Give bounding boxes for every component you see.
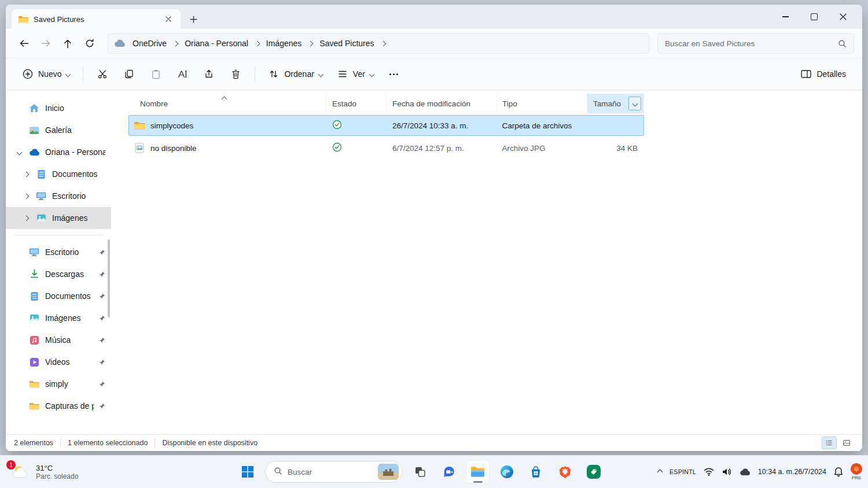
sidebar-item-galeria[interactable]: Galería bbox=[6, 119, 111, 141]
back-button[interactable] bbox=[14, 34, 34, 53]
new-button[interactable]: Nuevo bbox=[16, 64, 76, 84]
sidebar-item-descargas[interactable]: Descargas bbox=[6, 263, 111, 285]
more-options-button[interactable] bbox=[382, 64, 406, 84]
items-count: 2 elementos bbox=[14, 439, 53, 447]
sidebar-item-documentos-onedrive[interactable]: Documentos bbox=[6, 163, 111, 185]
tab-saved-pictures[interactable]: Saved Pictures bbox=[12, 9, 181, 29]
search-input[interactable] bbox=[664, 39, 832, 49]
refresh-button[interactable] bbox=[80, 34, 100, 53]
plus-circle-icon bbox=[22, 69, 34, 79]
volume-icon[interactable] bbox=[722, 467, 732, 476]
music-icon bbox=[28, 336, 40, 345]
breadcrumb-imagenes[interactable]: Imágenes bbox=[263, 37, 305, 50]
simplycodes-app-icon[interactable] bbox=[582, 460, 605, 483]
hidden-icons-chevron[interactable] bbox=[658, 470, 662, 474]
system-tray: ESP INTL 10:34 a. m. 26/7/2024 PRE bbox=[658, 456, 865, 488]
search-icon[interactable] bbox=[836, 39, 848, 48]
pin-icon bbox=[99, 315, 105, 321]
sidebar-item-escritorio-onedrive[interactable]: Escritorio bbox=[6, 185, 111, 207]
sidebar-item-simply[interactable]: simply bbox=[6, 373, 111, 395]
clock-date[interactable]: 10:34 a. m. 26/7/2024 bbox=[758, 468, 826, 476]
search-icon bbox=[274, 467, 282, 477]
start-button[interactable] bbox=[236, 460, 259, 483]
weather-widget[interactable]: 1 31°C Parc. soleado bbox=[6, 456, 83, 488]
size-filter-dropdown[interactable] bbox=[628, 97, 641, 110]
column-header-fecha[interactable]: Fecha de modificación bbox=[387, 94, 496, 113]
edge-app-icon[interactable] bbox=[495, 460, 518, 483]
tab-close-icon[interactable] bbox=[162, 13, 175, 25]
onedrive-cloud-icon bbox=[28, 149, 40, 156]
search-highlight-image[interactable] bbox=[378, 464, 399, 480]
file-row-simplycodes[interactable]: simplycodes 26/7/2024 10:33 a. m. Carpet… bbox=[128, 115, 644, 136]
language-indicator[interactable]: ESP INTL bbox=[670, 468, 696, 476]
sidebar-item-imagenes-onedrive[interactable]: Imágenes bbox=[6, 207, 111, 229]
column-header-tamano[interactable]: Tamaño bbox=[587, 94, 644, 113]
file-type: Carpeta de archivos bbox=[496, 116, 587, 135]
chevron-right-icon[interactable] bbox=[173, 40, 179, 46]
sort-button[interactable]: Ordenar bbox=[262, 64, 328, 84]
chevron-right-icon[interactable] bbox=[380, 40, 386, 46]
sidebar-item-label: Documentos bbox=[52, 169, 98, 179]
maximize-button[interactable] bbox=[800, 5, 829, 29]
chevron-right-icon[interactable] bbox=[23, 215, 29, 221]
chat-app-icon[interactable] bbox=[437, 460, 461, 483]
sidebar-item-onedrive-oriana[interactable]: Oriana - Personal bbox=[6, 141, 111, 163]
delete-button[interactable] bbox=[223, 64, 248, 84]
column-header-tipo[interactable]: Tipo bbox=[496, 94, 587, 113]
breadcrumb-onedrive[interactable]: OneDrive bbox=[129, 37, 170, 50]
sidebar-item-label: simply bbox=[45, 379, 68, 389]
view-button[interactable]: Ver bbox=[331, 64, 380, 84]
chevron-down-icon[interactable] bbox=[16, 149, 22, 155]
sidebar-item-imagenes-pinned[interactable]: Imágenes bbox=[6, 307, 111, 329]
forward-button[interactable] bbox=[36, 34, 56, 53]
sidebar-item-musica[interactable]: Música bbox=[6, 329, 111, 351]
thumbnails-view-button[interactable] bbox=[839, 437, 854, 449]
column-header-nombre[interactable]: Nombre bbox=[128, 94, 326, 113]
gallery-icon bbox=[28, 126, 40, 135]
file-row-no-disponible[interactable]: no disponible 6/7/2024 12:57 p. m. Archi… bbox=[128, 138, 644, 158]
sidebar-item-documentos-pinned[interactable]: Documentos bbox=[6, 285, 111, 307]
file-explorer-app-icon[interactable] bbox=[466, 460, 490, 483]
sidebar-item-inicio[interactable]: Inicio bbox=[6, 97, 111, 119]
share-button[interactable] bbox=[197, 64, 221, 84]
details-view-button[interactable] bbox=[822, 437, 837, 449]
microsoft-store-app-icon[interactable] bbox=[524, 460, 547, 483]
recording-label: PRE bbox=[852, 475, 861, 480]
task-view-button[interactable] bbox=[409, 460, 432, 483]
sidebar-item-escritorio-pinned[interactable]: Escritorio bbox=[6, 241, 111, 263]
sidebar-item-label: Oriana - Personal bbox=[45, 147, 105, 157]
copy-button[interactable] bbox=[117, 64, 141, 84]
notifications-bell-icon[interactable] bbox=[834, 467, 843, 477]
sidebar-item-capturas[interactable]: Capturas de pantalla bbox=[6, 395, 111, 417]
close-button[interactable] bbox=[829, 5, 858, 29]
chevron-right-icon[interactable] bbox=[308, 40, 314, 46]
breadcrumb-saved-pictures[interactable]: Saved Pictures bbox=[316, 37, 377, 50]
chevron-right-icon[interactable] bbox=[23, 171, 29, 177]
pin-icon bbox=[99, 293, 105, 300]
folder-icon bbox=[28, 402, 40, 411]
paste-button[interactable] bbox=[144, 64, 168, 84]
breadcrumb-oriana-personal[interactable]: Oriana - Personal bbox=[181, 37, 252, 50]
onedrive-tray-icon[interactable] bbox=[740, 468, 751, 476]
column-header-estado[interactable]: Estado bbox=[326, 94, 387, 113]
column-headers: Nombre Estado Fecha de modificación Tipo… bbox=[128, 94, 862, 113]
brave-app-icon[interactable] bbox=[553, 460, 576, 483]
new-tab-button[interactable] bbox=[185, 11, 201, 27]
chevron-right-icon[interactable] bbox=[254, 40, 260, 46]
breadcrumb: OneDrive Oriana - Personal Imágenes Save… bbox=[108, 33, 649, 54]
rename-button[interactable] bbox=[170, 64, 194, 84]
sidebar-item-videos[interactable]: Videos bbox=[6, 351, 111, 373]
chevron-right-icon[interactable] bbox=[23, 193, 29, 199]
minimize-button[interactable] bbox=[771, 5, 800, 29]
sidebar-scrollbar[interactable] bbox=[108, 239, 110, 317]
details-pane-button[interactable]: Detalles bbox=[795, 64, 852, 84]
view-button-label: Ver bbox=[353, 69, 365, 79]
recording-indicator[interactable]: PRE bbox=[851, 463, 862, 480]
wifi-icon[interactable] bbox=[704, 468, 714, 476]
cut-button[interactable] bbox=[90, 64, 115, 84]
up-button[interactable] bbox=[58, 34, 78, 53]
explorer-window: Saved Pictures bbox=[6, 5, 862, 451]
taskbar-search[interactable]: Buscar bbox=[265, 461, 403, 483]
sidebar-item-label: Descargas bbox=[45, 269, 84, 279]
sidebar-item-label: Escritorio bbox=[45, 247, 79, 257]
